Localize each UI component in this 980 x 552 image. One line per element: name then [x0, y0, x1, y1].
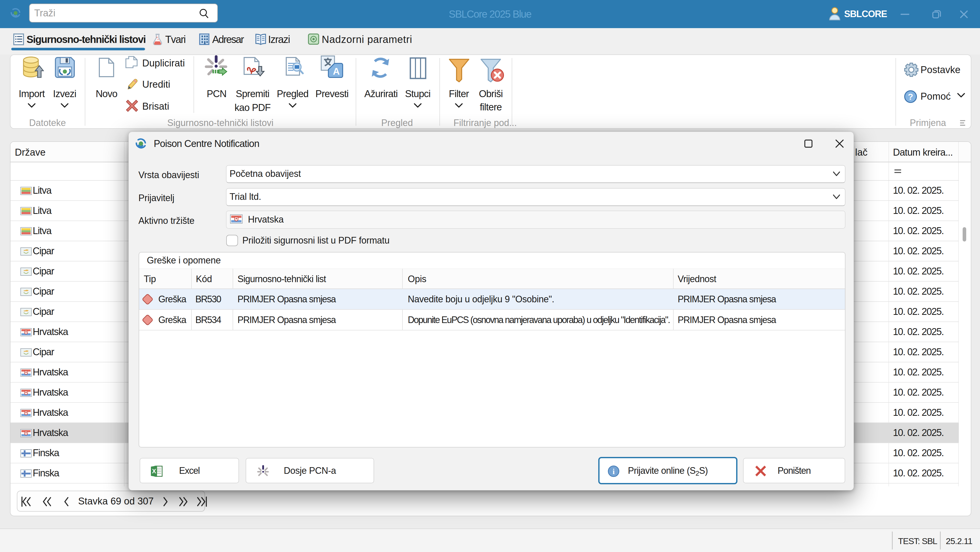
- svg-text:?: ?: [908, 92, 913, 102]
- svg-text:X: X: [152, 467, 156, 475]
- svg-text:A: A: [333, 66, 340, 77]
- svg-text:i: i: [612, 467, 615, 475]
